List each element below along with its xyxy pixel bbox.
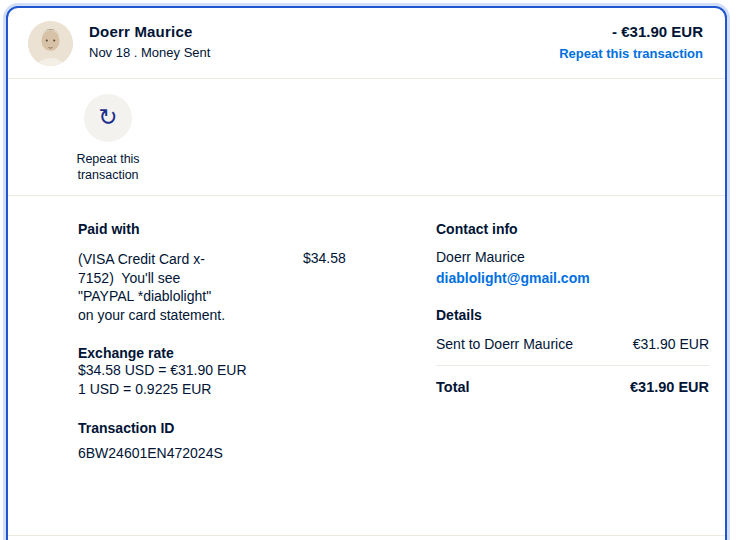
exchange-rate-value: 1 USD = 0.9225 EUR bbox=[78, 380, 408, 399]
exchange-rate-conversion: $34.58 USD = €31.90 EUR bbox=[78, 361, 408, 380]
detail-row: Sent to Doerr Maurice €31.90 EUR bbox=[436, 336, 709, 352]
payment-column: Paid with (VISA Credit Card x-7152) You'… bbox=[78, 221, 408, 535]
transaction-card: Doerr Maurice Nov 18 . Money Sent - €31.… bbox=[6, 6, 727, 540]
funding-source: (VISA Credit Card x-7152) You'll see "PA… bbox=[78, 250, 230, 324]
funding-source-amount: $34.58 bbox=[303, 250, 346, 324]
total-row: Total €31.90 EUR bbox=[436, 379, 709, 395]
refresh-icon: ↻ bbox=[98, 106, 117, 129]
paid-with-row: (VISA Credit Card x-7152) You'll see "PA… bbox=[78, 250, 408, 324]
header-text: Doerr Maurice Nov 18 . Money Sent bbox=[89, 21, 210, 60]
total-value: €31.90 EUR bbox=[630, 379, 709, 395]
detail-row-value: €31.90 EUR bbox=[633, 336, 709, 352]
detail-row-label: Sent to Doerr Maurice bbox=[436, 336, 573, 352]
repeat-transaction-link[interactable]: Repeat this transaction bbox=[559, 46, 703, 61]
repeat-button-circle[interactable]: ↻ bbox=[84, 94, 132, 142]
transaction-amount: - €31.90 EUR bbox=[559, 23, 703, 40]
action-section: ↻ Repeat this transaction bbox=[8, 79, 725, 195]
bottom-section-divider bbox=[8, 535, 725, 536]
counterparty-name: Doerr Maurice bbox=[89, 23, 210, 40]
transaction-header: Doerr Maurice Nov 18 . Money Sent - €31.… bbox=[8, 8, 725, 78]
contact-name: Doerr Maurice bbox=[436, 249, 709, 265]
contact-email-link[interactable]: diablolight@gmail.com bbox=[436, 270, 709, 286]
header-right: - €31.90 EUR Repeat this transaction bbox=[559, 21, 703, 61]
transaction-id-value: 6BW24601EN472024S bbox=[78, 445, 408, 461]
repeat-transaction-button[interactable]: ↻ Repeat this transaction bbox=[66, 94, 150, 183]
details-heading: Details bbox=[436, 307, 709, 323]
portrait-photo bbox=[28, 21, 73, 66]
transaction-detail-body: Paid with (VISA Credit Card x-7152) You'… bbox=[8, 196, 725, 535]
total-label: Total bbox=[436, 379, 470, 395]
paid-with-heading: Paid with bbox=[78, 221, 408, 237]
contact-info-heading: Contact info bbox=[436, 221, 709, 237]
exchange-rate-heading: Exchange rate bbox=[78, 345, 408, 361]
total-divider bbox=[436, 365, 709, 366]
avatar[interactable] bbox=[28, 21, 73, 66]
repeat-button-label: Repeat this transaction bbox=[66, 151, 150, 183]
transaction-date-type: Nov 18 . Money Sent bbox=[89, 45, 210, 60]
contact-details-column: Contact info Doerr Maurice diablolight@g… bbox=[436, 221, 709, 535]
transaction-id-heading: Transaction ID bbox=[78, 420, 408, 436]
